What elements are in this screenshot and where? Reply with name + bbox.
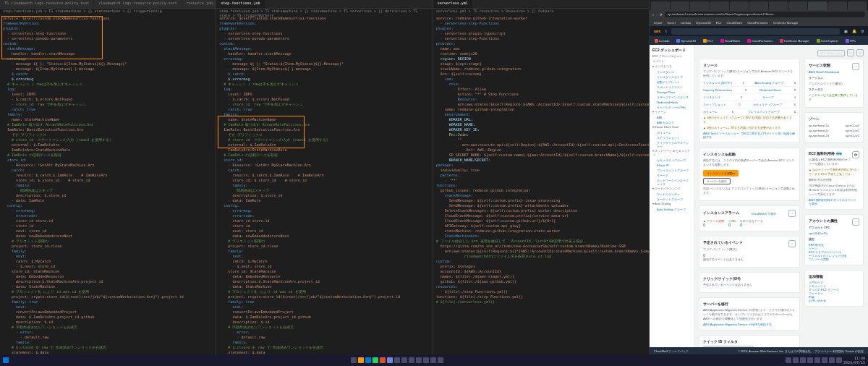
code-line[interactable]: BRANCH_NAME/SECRET: (436, 158, 646, 163)
sidebar-item[interactable]: 起動テンプレート (652, 80, 691, 85)
bookmark[interactable]: CloudWatch (726, 20, 744, 25)
code-line[interactable]: arn:aws:states:${self:Region}:${AWS::Acc… (436, 102, 646, 107)
browser-tab[interactable] (651, 1, 670, 10)
resource-label[interactable]: インスタンス (703, 95, 720, 99)
code-line[interactable]: # キャッシュ ( rawは手を加えずキャッシュ (219, 82, 429, 87)
browser-tab[interactable] (848, 1, 867, 10)
code-line[interactable]: - serverless-step-Functions (436, 21, 646, 26)
sidebar-item[interactable]: AMI (652, 115, 691, 120)
code-line[interactable]: stage: ${opt:stage} (436, 61, 646, 67)
browser-tab[interactable] (690, 1, 709, 10)
code-line[interactable]: 簡易構成はスキップ (3, 188, 213, 193)
sidebar-section-header[interactable]: ▾ ロードバランシング (652, 187, 691, 190)
code-line[interactable]: DeleteStackMessages: ${self:custom.prefi… (436, 208, 646, 213)
bookmark[interactable]: EC2 (715, 20, 723, 25)
code-line[interactable]: - default.raw (3, 335, 213, 340)
code-line[interactable]: $.errormsg (3, 77, 213, 82)
health-dashboard-link[interactable]: AWS Health Dashboard (809, 70, 859, 74)
code-line[interactable]: IamRoleArn:StateMachineRole (3, 148, 213, 153)
editor-tab[interactable]: cloudwatch-logs-resource-policy.test (94, 0, 182, 8)
code-line[interactable]: name: StateMachineName (219, 117, 429, 122)
code-line[interactable]: WORKER_NAME: (436, 122, 646, 127)
code-line[interactable]: IamRole: BasicExecutionFunction.Arn (3, 127, 213, 132)
refresh-icon[interactable]: ⟳ (788, 240, 796, 247)
code-line[interactable]: name: aws (436, 46, 646, 51)
breadcrumb[interactable]: serverless.yml > TS resources > Resource… (433, 9, 649, 14)
taskbar-app-icon[interactable] (358, 357, 364, 363)
code-line[interactable]: prefix: ${stage} (436, 264, 646, 269)
code-line[interactable]: custom: (219, 41, 429, 46)
sidebar-section-header[interactable]: イベント (652, 59, 691, 63)
taskbar-app-icon[interactable] (438, 357, 443, 363)
sidebar-item[interactable]: インスタンスタイプ (652, 75, 691, 80)
browser-tab[interactable] (749, 1, 768, 10)
code-line[interactable]: project: store_id.close (219, 244, 429, 249)
code-line[interactable]: config: (219, 203, 429, 208)
sidebar-item[interactable]: Auto Scaling グループ (652, 207, 691, 212)
code-line[interactable]: stackMessage: (436, 193, 646, 198)
aws-fav-service[interactable]: EC2 (701, 38, 715, 43)
cloudshell-icon[interactable]: ▣ (844, 29, 848, 33)
bookmark[interactable]: Secret (665, 20, 677, 25)
code-line[interactable]: - Resource: !GetAtt MyStateMachine.Arn (3, 163, 213, 168)
start-button[interactable] (3, 357, 9, 363)
sidebar-item[interactable]: ボリューム (652, 130, 691, 135)
code-line[interactable]: errorcode: (3, 213, 213, 218)
taskbar-app-icon[interactable] (373, 357, 378, 363)
code-line[interactable]: description: $.store_id (3, 193, 213, 198)
breadcrumb[interactable]: step-functions.job > TS statemachine > {… (0, 9, 216, 14)
browser-tab-active[interactable] (808, 1, 827, 10)
code-line[interactable]: store_id store.id (3, 218, 213, 224)
code-editor[interactable]: service: ${self:custom.stackNamesuffix}-… (0, 14, 216, 354)
taskbar-app-icon[interactable] (416, 357, 422, 363)
settings-icon[interactable]: ⚙ (856, 49, 864, 56)
code-line[interactable]: data: $.IamRoleArn.project_id.github (219, 315, 429, 320)
resource-label[interactable]: Capacity Reservations (703, 88, 732, 92)
sidebar-item[interactable]: Elastic IP (652, 163, 691, 168)
code-line[interactable]: # IamRole の信頼データを取得 (219, 153, 429, 158)
tray-icon[interactable] (836, 357, 842, 363)
code-line[interactable]: Fn::Join: (436, 132, 646, 137)
code-line[interactable]: family: (219, 340, 429, 345)
code-line[interactable]: - ${file(./step_Functions.yml)} (436, 289, 646, 294)
vpc-link[interactable]: vpc-01d2cef7a (809, 231, 859, 235)
code-editor[interactable]: service: ${self:custom.stackNamesuffix}-… (216, 14, 432, 354)
refresh-icon[interactable]: ⟳ (852, 151, 859, 158)
code-line[interactable]: iam: (436, 77, 646, 82)
sidebar-section-header[interactable]: ▾ イメージ (652, 110, 691, 114)
code-line[interactable]: description:$.StateMachineArn.project_id (3, 279, 213, 284)
code-line[interactable]: - store_id raw で手を加えずキャッシュ (3, 102, 213, 107)
notifications-icon[interactable]: 🔔 (852, 29, 856, 33)
code-line[interactable]: # $.closed を raw で 作成済みワンショットを合成元 (219, 345, 429, 350)
code-line[interactable]: handler: handler.stackMessage (219, 51, 429, 56)
code-line[interactable]: description: $.id (219, 320, 429, 325)
resource-label[interactable]: スナップショット (703, 103, 726, 106)
code-line[interactable]: store_id store.id (219, 218, 429, 224)
code-line[interactable]: family: (219, 249, 429, 254)
account-setting-link[interactable]: コンソール実験 (809, 258, 859, 261)
taskbar-app-icon[interactable] (430, 357, 436, 363)
code-line[interactable]: next: store_id (3, 229, 213, 234)
code-line[interactable]: level: INFO (219, 92, 429, 97)
code-line[interactable]: - message ${ }; "Status:${Item.MyStatus}… (3, 61, 213, 67)
aws-fav-service[interactable]: CloudWatch (718, 38, 743, 43)
back-icon[interactable]: ‹ (652, 12, 654, 17)
code-line[interactable]: frameworkVersion: (3, 21, 213, 26)
code-line[interactable]: - serverless-plugin-typescript (436, 31, 646, 36)
sidebar-section-header[interactable]: ▾ Elastic Block Store (652, 125, 691, 129)
code-line[interactable]: github: ${file(./${aws-github.yml)} (436, 279, 646, 284)
url-input[interactable]: ap-northeast-1.console.aws.amazon.com/ec… (665, 12, 865, 17)
code-line[interactable]: functions: (436, 183, 646, 188)
code-line[interactable]: - data: StateMachine (219, 284, 429, 289)
code-line[interactable]: - Effect: Allow (436, 87, 646, 92)
refresh-icon[interactable]: ⟳ (852, 63, 859, 70)
code-line[interactable]: StateMachineArn: (436, 234, 646, 239)
code-line[interactable]: IamRole: BasicExecutionFunction.Arn (219, 127, 429, 132)
code-line[interactable]: data: $.IamRoleArn.project_id.github (3, 315, 213, 320)
region-view-dropdown[interactable]: EC2 Global View (817, 50, 845, 56)
code-line[interactable]: SendMessage: ${self:custom.prefix}-attac… (436, 203, 646, 208)
code-line[interactable]: store_id: StateMachine (219, 269, 429, 274)
code-line[interactable]: Ref: AWS::Region (436, 148, 646, 153)
code-line[interactable]: CloudStackMessage: ${self:custom.prefix}… (436, 213, 646, 218)
alarm-ok-value[interactable]: 0 (728, 223, 736, 227)
